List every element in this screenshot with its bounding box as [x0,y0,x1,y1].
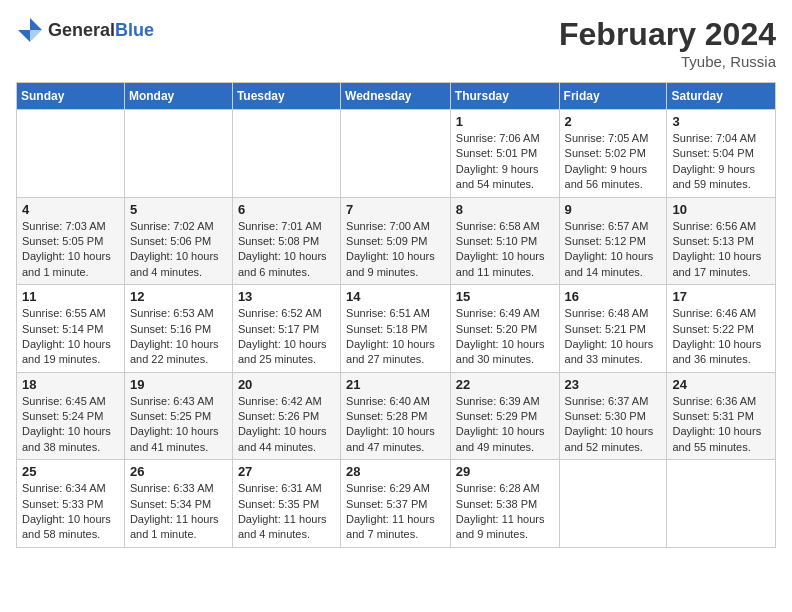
day-detail: Sunrise: 6:56 AM Sunset: 5:13 PM Dayligh… [672,219,770,281]
day-number: 9 [565,202,662,217]
day-number: 16 [565,289,662,304]
day-number: 10 [672,202,770,217]
day-detail: Sunrise: 6:28 AM Sunset: 5:38 PM Dayligh… [456,481,554,543]
svg-marker-0 [30,18,42,30]
day-detail: Sunrise: 7:00 AM Sunset: 5:09 PM Dayligh… [346,219,445,281]
day-detail: Sunrise: 6:52 AM Sunset: 5:17 PM Dayligh… [238,306,335,368]
day-detail: Sunrise: 6:37 AM Sunset: 5:30 PM Dayligh… [565,394,662,456]
calendar-cell: 11Sunrise: 6:55 AM Sunset: 5:14 PM Dayli… [17,285,125,373]
day-number: 18 [22,377,119,392]
day-detail: Sunrise: 6:57 AM Sunset: 5:12 PM Dayligh… [565,219,662,281]
day-detail: Sunrise: 6:51 AM Sunset: 5:18 PM Dayligh… [346,306,445,368]
weekday-header: Sunday [17,83,125,110]
day-number: 25 [22,464,119,479]
calendar-cell: 12Sunrise: 6:53 AM Sunset: 5:16 PM Dayli… [124,285,232,373]
calendar-cell: 25Sunrise: 6:34 AM Sunset: 5:33 PM Dayli… [17,460,125,548]
day-number: 23 [565,377,662,392]
day-number: 12 [130,289,227,304]
logo: GeneralBlue [16,16,154,44]
day-number: 27 [238,464,335,479]
day-number: 7 [346,202,445,217]
day-detail: Sunrise: 6:45 AM Sunset: 5:24 PM Dayligh… [22,394,119,456]
day-number: 17 [672,289,770,304]
svg-marker-1 [18,30,30,42]
logo-icon [16,16,44,44]
page-header: GeneralBlue February 2024 Tyube, Russia [16,16,776,70]
calendar-cell: 9Sunrise: 6:57 AM Sunset: 5:12 PM Daylig… [559,197,667,285]
day-detail: Sunrise: 6:48 AM Sunset: 5:21 PM Dayligh… [565,306,662,368]
day-detail: Sunrise: 6:55 AM Sunset: 5:14 PM Dayligh… [22,306,119,368]
calendar-table: SundayMondayTuesdayWednesdayThursdayFrid… [16,82,776,548]
day-detail: Sunrise: 6:46 AM Sunset: 5:22 PM Dayligh… [672,306,770,368]
day-number: 4 [22,202,119,217]
day-detail: Sunrise: 7:05 AM Sunset: 5:02 PM Dayligh… [565,131,662,193]
calendar-cell: 3Sunrise: 7:04 AM Sunset: 5:04 PM Daylig… [667,110,776,198]
weekday-header: Friday [559,83,667,110]
calendar-cell: 19Sunrise: 6:43 AM Sunset: 5:25 PM Dayli… [124,372,232,460]
calendar-week-row: 1Sunrise: 7:06 AM Sunset: 5:01 PM Daylig… [17,110,776,198]
calendar-week-row: 11Sunrise: 6:55 AM Sunset: 5:14 PM Dayli… [17,285,776,373]
day-number: 15 [456,289,554,304]
day-detail: Sunrise: 7:04 AM Sunset: 5:04 PM Dayligh… [672,131,770,193]
calendar-cell: 29Sunrise: 6:28 AM Sunset: 5:38 PM Dayli… [450,460,559,548]
calendar-cell: 2Sunrise: 7:05 AM Sunset: 5:02 PM Daylig… [559,110,667,198]
day-number: 29 [456,464,554,479]
day-detail: Sunrise: 6:29 AM Sunset: 5:37 PM Dayligh… [346,481,445,543]
day-number: 2 [565,114,662,129]
day-number: 5 [130,202,227,217]
day-number: 19 [130,377,227,392]
calendar-cell: 4Sunrise: 7:03 AM Sunset: 5:05 PM Daylig… [17,197,125,285]
day-detail: Sunrise: 6:42 AM Sunset: 5:26 PM Dayligh… [238,394,335,456]
calendar-cell: 5Sunrise: 7:02 AM Sunset: 5:06 PM Daylig… [124,197,232,285]
calendar-cell: 28Sunrise: 6:29 AM Sunset: 5:37 PM Dayli… [341,460,451,548]
day-detail: Sunrise: 6:33 AM Sunset: 5:34 PM Dayligh… [130,481,227,543]
day-detail: Sunrise: 7:01 AM Sunset: 5:08 PM Dayligh… [238,219,335,281]
day-number: 13 [238,289,335,304]
day-number: 20 [238,377,335,392]
day-number: 6 [238,202,335,217]
day-number: 1 [456,114,554,129]
day-number: 11 [22,289,119,304]
calendar-cell: 10Sunrise: 6:56 AM Sunset: 5:13 PM Dayli… [667,197,776,285]
day-detail: Sunrise: 6:31 AM Sunset: 5:35 PM Dayligh… [238,481,335,543]
calendar-cell: 18Sunrise: 6:45 AM Sunset: 5:24 PM Dayli… [17,372,125,460]
weekday-header-row: SundayMondayTuesdayWednesdayThursdayFrid… [17,83,776,110]
day-detail: Sunrise: 6:40 AM Sunset: 5:28 PM Dayligh… [346,394,445,456]
calendar-cell: 16Sunrise: 6:48 AM Sunset: 5:21 PM Dayli… [559,285,667,373]
day-detail: Sunrise: 6:43 AM Sunset: 5:25 PM Dayligh… [130,394,227,456]
day-detail: Sunrise: 6:39 AM Sunset: 5:29 PM Dayligh… [456,394,554,456]
calendar-cell: 20Sunrise: 6:42 AM Sunset: 5:26 PM Dayli… [232,372,340,460]
weekday-header: Thursday [450,83,559,110]
day-number: 8 [456,202,554,217]
calendar-cell: 17Sunrise: 6:46 AM Sunset: 5:22 PM Dayli… [667,285,776,373]
calendar-cell [124,110,232,198]
weekday-header: Saturday [667,83,776,110]
calendar-cell [232,110,340,198]
calendar-cell: 1Sunrise: 7:06 AM Sunset: 5:01 PM Daylig… [450,110,559,198]
day-number: 3 [672,114,770,129]
calendar-cell [559,460,667,548]
location-title: Tyube, Russia [559,53,776,70]
day-detail: Sunrise: 7:03 AM Sunset: 5:05 PM Dayligh… [22,219,119,281]
day-number: 22 [456,377,554,392]
calendar-week-row: 25Sunrise: 6:34 AM Sunset: 5:33 PM Dayli… [17,460,776,548]
weekday-header: Tuesday [232,83,340,110]
calendar-cell [341,110,451,198]
day-detail: Sunrise: 7:02 AM Sunset: 5:06 PM Dayligh… [130,219,227,281]
calendar-cell [667,460,776,548]
calendar-cell: 13Sunrise: 6:52 AM Sunset: 5:17 PM Dayli… [232,285,340,373]
calendar-week-row: 18Sunrise: 6:45 AM Sunset: 5:24 PM Dayli… [17,372,776,460]
calendar-cell: 22Sunrise: 6:39 AM Sunset: 5:29 PM Dayli… [450,372,559,460]
calendar-cell: 7Sunrise: 7:00 AM Sunset: 5:09 PM Daylig… [341,197,451,285]
logo-general: General [48,20,115,40]
calendar-cell: 14Sunrise: 6:51 AM Sunset: 5:18 PM Dayli… [341,285,451,373]
day-number: 28 [346,464,445,479]
calendar-cell: 23Sunrise: 6:37 AM Sunset: 5:30 PM Dayli… [559,372,667,460]
calendar-cell: 6Sunrise: 7:01 AM Sunset: 5:08 PM Daylig… [232,197,340,285]
day-detail: Sunrise: 6:58 AM Sunset: 5:10 PM Dayligh… [456,219,554,281]
calendar-cell [17,110,125,198]
day-detail: Sunrise: 6:49 AM Sunset: 5:20 PM Dayligh… [456,306,554,368]
day-number: 21 [346,377,445,392]
svg-marker-2 [30,30,42,42]
calendar-cell: 26Sunrise: 6:33 AM Sunset: 5:34 PM Dayli… [124,460,232,548]
